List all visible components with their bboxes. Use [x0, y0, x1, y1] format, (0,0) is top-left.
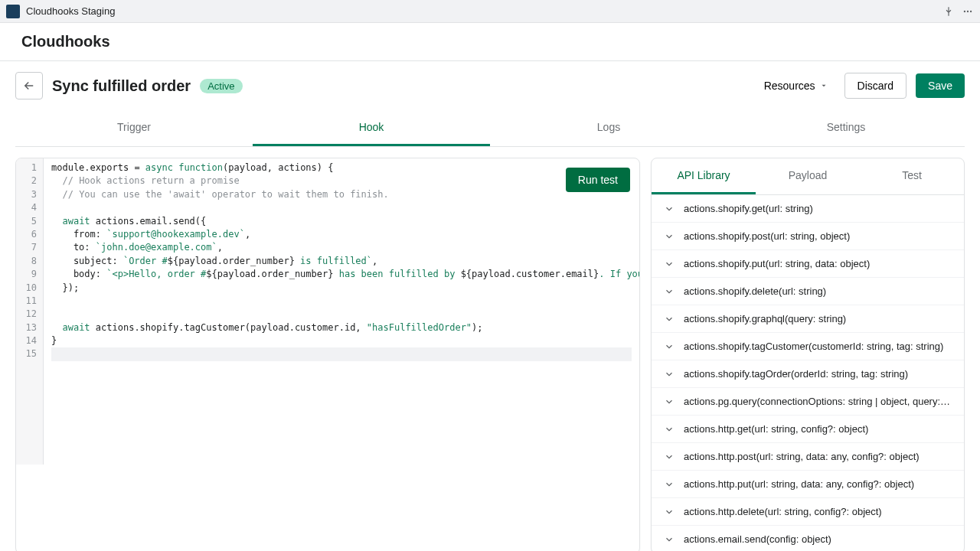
- api-item[interactable]: actions.shopify.delete(url: string): [652, 278, 964, 305]
- more-icon[interactable]: [962, 6, 974, 17]
- app-icon: [6, 5, 20, 18]
- api-item-label: actions.http.get(url: string, config?: o…: [684, 423, 868, 435]
- chevron-down-icon: [664, 341, 675, 352]
- chevron-down-icon: [664, 424, 675, 435]
- tab-hook[interactable]: Hook: [253, 110, 490, 146]
- line-gutter: 123456789101112131415: [16, 158, 44, 465]
- resources-dropdown[interactable]: Resources: [756, 73, 835, 98]
- chevron-down-icon: [664, 452, 675, 462]
- svg-point-2: [970, 10, 972, 11]
- app-title: Cloudhooks Staging: [26, 5, 115, 17]
- api-item[interactable]: actions.shopify.tagCustomer(customerId: …: [652, 333, 964, 360]
- code-editor-panel: Run test 123456789101112131415 module.ex…: [15, 158, 640, 551]
- tab-logs[interactable]: Logs: [490, 110, 727, 146]
- api-item[interactable]: actions.pg.query(connectionOptions: stri…: [652, 388, 964, 416]
- status-badge: Active: [200, 79, 242, 93]
- api-item-label: actions.shopify.delete(url: string): [684, 285, 826, 297]
- chevron-down-icon: [664, 314, 675, 324]
- api-list: actions.shopify.get(url: string)actions.…: [652, 195, 964, 551]
- side-tabs: API Library Payload Test: [652, 158, 964, 195]
- api-item-label: actions.shopify.tagOrder(orderId: string…: [684, 368, 908, 380]
- tab-api-library[interactable]: API Library: [652, 158, 756, 194]
- api-item[interactable]: actions.shopify.tagOrder(orderId: string…: [652, 360, 964, 388]
- api-item[interactable]: actions.http.post(url: string, data: any…: [652, 443, 964, 471]
- side-panel: API Library Payload Test actions.shopify…: [651, 158, 965, 551]
- api-item-label: actions.shopify.tagCustomer(customerId: …: [684, 341, 943, 352]
- main-tabs: Trigger Hook Logs Settings: [15, 110, 965, 147]
- api-item[interactable]: actions.email.send(config: object): [652, 526, 964, 551]
- chevron-down-icon: [664, 204, 675, 214]
- chevron-down-icon: [664, 396, 675, 407]
- api-item[interactable]: actions.http.get(url: string, config?: o…: [652, 416, 964, 443]
- api-item-label: actions.email.send(config: object): [684, 533, 831, 545]
- svg-point-0: [964, 10, 965, 11]
- chevron-down-icon: [664, 534, 675, 545]
- api-item-label: actions.pg.query(connectionOptions: stri…: [684, 396, 952, 407]
- run-test-button[interactable]: Run test: [566, 168, 630, 192]
- api-item-label: actions.shopify.graphql(query: string): [684, 313, 846, 324]
- save-button[interactable]: Save: [916, 73, 965, 98]
- api-item-label: actions.shopify.put(url: string, data: o…: [684, 258, 870, 269]
- code-area[interactable]: module.exports = async function(payload,…: [44, 158, 639, 465]
- api-item[interactable]: actions.shopify.get(url: string): [652, 195, 964, 223]
- tab-test[interactable]: Test: [860, 158, 964, 194]
- svg-point-1: [967, 10, 969, 11]
- chevron-down-icon: [664, 479, 675, 490]
- tab-payload[interactable]: Payload: [756, 158, 860, 194]
- brand-title: Cloudhooks: [21, 33, 110, 51]
- api-item-label: actions.http.post(url: string, data: any…: [684, 451, 920, 462]
- pin-icon[interactable]: [943, 6, 954, 17]
- chevron-down-icon: [664, 286, 675, 297]
- discard-button[interactable]: Discard: [844, 73, 906, 99]
- chevron-down-icon: [664, 259, 675, 269]
- api-item[interactable]: actions.http.put(url: string, data: any,…: [652, 471, 964, 498]
- page-title: Sync fulfilled order: [52, 77, 191, 95]
- api-item-label: actions.shopify.post(url: string, object…: [684, 230, 850, 242]
- chevron-down-icon: [664, 231, 675, 242]
- api-item-label: actions.http.delete(url: string, config?…: [684, 506, 882, 517]
- back-button[interactable]: [15, 72, 43, 99]
- api-item-label: actions.shopify.get(url: string): [684, 203, 813, 214]
- api-item-label: actions.http.put(url: string, data: any,…: [684, 478, 914, 490]
- tab-settings[interactable]: Settings: [727, 110, 965, 146]
- tab-trigger[interactable]: Trigger: [15, 110, 253, 146]
- api-item[interactable]: actions.shopify.post(url: string, object…: [652, 223, 964, 250]
- api-item[interactable]: actions.http.delete(url: string, config?…: [652, 498, 964, 526]
- api-item[interactable]: actions.shopify.graphql(query: string): [652, 305, 964, 333]
- chevron-down-icon: [664, 507, 675, 517]
- app-top-bar: Cloudhooks Staging: [0, 0, 980, 23]
- resources-label: Resources: [764, 80, 815, 92]
- page-toolbar: Sync fulfilled order Active Resources Di…: [0, 61, 980, 110]
- chevron-down-icon: [820, 82, 828, 90]
- header-bar: Cloudhooks: [0, 23, 980, 61]
- chevron-down-icon: [664, 369, 675, 380]
- api-item[interactable]: actions.shopify.put(url: string, data: o…: [652, 250, 964, 278]
